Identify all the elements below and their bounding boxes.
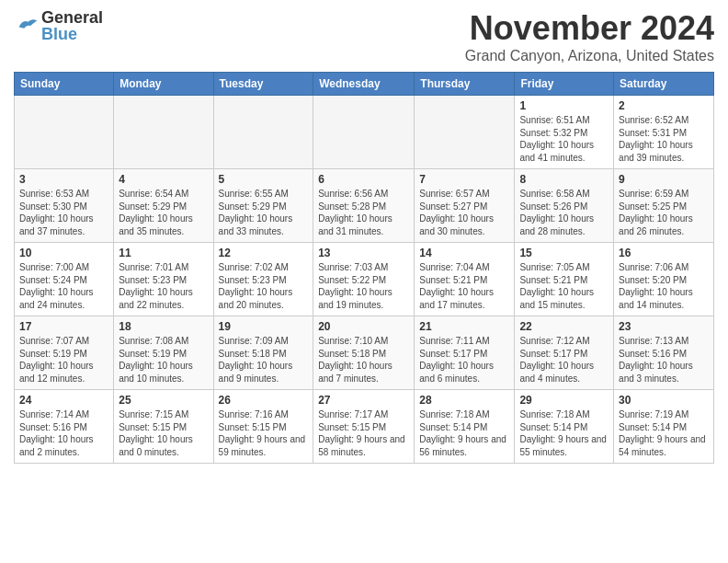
calendar-cell: 18 Sunrise: 7:08 AM Sunset: 5:19 PM Dayl…	[114, 316, 213, 390]
day-number: 8	[519, 173, 609, 186]
day-number: 17	[19, 320, 108, 333]
calendar-cell: 2 Sunrise: 6:52 AM Sunset: 5:31 PM Dayli…	[614, 96, 714, 169]
day-info: Sunrise: 6:58 AM Sunset: 5:26 PM Dayligh…	[519, 188, 609, 237]
day-number: 2	[619, 99, 709, 112]
day-info: Sunrise: 6:53 AM Sunset: 5:30 PM Dayligh…	[19, 188, 108, 237]
calendar-cell: 25 Sunrise: 7:15 AM Sunset: 5:15 PM Dayl…	[114, 390, 213, 464]
day-number: 19	[219, 320, 309, 333]
logo-blue-text: Blue	[41, 26, 103, 42]
calendar-cell: 4 Sunrise: 6:54 AM Sunset: 5:29 PM Dayli…	[114, 169, 213, 243]
day-info: Sunrise: 7:11 AM Sunset: 5:17 PM Dayligh…	[419, 335, 509, 385]
calendar-row-2: 10 Sunrise: 7:00 AM Sunset: 5:24 PM Dayl…	[15, 243, 714, 316]
day-info: Sunrise: 7:07 AM Sunset: 5:19 PM Dayligh…	[19, 335, 108, 385]
day-info: Sunrise: 6:52 AM Sunset: 5:31 PM Dayligh…	[619, 114, 709, 164]
month-title: November 2024	[465, 9, 714, 48]
day-number: 5	[219, 173, 309, 186]
day-info: Sunrise: 7:12 AM Sunset: 5:17 PM Dayligh…	[519, 335, 609, 385]
calendar-cell: 27 Sunrise: 7:17 AM Sunset: 5:15 PM Dayl…	[313, 390, 415, 464]
day-number: 27	[318, 394, 409, 407]
day-info: Sunrise: 7:16 AM Sunset: 5:15 PM Dayligh…	[219, 408, 309, 458]
day-number: 21	[419, 320, 509, 333]
calendar-cell: 23 Sunrise: 7:13 AM Sunset: 5:16 PM Dayl…	[614, 316, 714, 390]
calendar-row-0: 1 Sunrise: 6:51 AM Sunset: 5:32 PM Dayli…	[15, 96, 714, 169]
day-info: Sunrise: 6:59 AM Sunset: 5:25 PM Dayligh…	[619, 188, 709, 237]
calendar-cell: 19 Sunrise: 7:09 AM Sunset: 5:18 PM Dayl…	[213, 316, 313, 390]
day-number: 20	[318, 320, 409, 333]
day-info: Sunrise: 7:04 AM Sunset: 5:21 PM Dayligh…	[419, 261, 509, 311]
logo-text: General Blue	[41, 9, 103, 42]
day-info: Sunrise: 7:02 AM Sunset: 5:23 PM Dayligh…	[219, 261, 309, 311]
calendar-cell: 5 Sunrise: 6:55 AM Sunset: 5:29 PM Dayli…	[213, 169, 313, 243]
day-info: Sunrise: 7:19 AM Sunset: 5:14 PM Dayligh…	[619, 408, 709, 458]
calendar-cell: 17 Sunrise: 7:07 AM Sunset: 5:19 PM Dayl…	[15, 316, 114, 390]
calendar-cell: 28 Sunrise: 7:18 AM Sunset: 5:14 PM Dayl…	[415, 390, 515, 464]
calendar-cell: 1 Sunrise: 6:51 AM Sunset: 5:32 PM Dayli…	[515, 96, 614, 169]
day-number: 16	[619, 247, 709, 259]
calendar-cell	[415, 96, 515, 169]
calendar-cell: 12 Sunrise: 7:02 AM Sunset: 5:23 PM Dayl…	[213, 243, 313, 316]
day-info: Sunrise: 7:08 AM Sunset: 5:19 PM Dayligh…	[119, 335, 208, 385]
day-info: Sunrise: 7:18 AM Sunset: 5:14 PM Dayligh…	[419, 408, 509, 458]
col-wednesday: Wednesday	[313, 73, 415, 96]
day-number: 9	[619, 173, 709, 186]
title-section: November 2024 Grand Canyon, Arizona, Uni…	[465, 9, 714, 64]
calendar-cell	[114, 96, 213, 169]
day-info: Sunrise: 7:17 AM Sunset: 5:15 PM Dayligh…	[318, 408, 409, 458]
calendar-cell: 3 Sunrise: 6:53 AM Sunset: 5:30 PM Dayli…	[15, 169, 114, 243]
location-title: Grand Canyon, Arizona, United States	[465, 48, 714, 64]
col-monday: Monday	[114, 73, 213, 96]
day-number: 12	[219, 247, 309, 259]
calendar-cell: 26 Sunrise: 7:16 AM Sunset: 5:15 PM Dayl…	[213, 390, 313, 464]
logo-bird-icon	[14, 13, 40, 39]
calendar-cell: 9 Sunrise: 6:59 AM Sunset: 5:25 PM Dayli…	[614, 169, 714, 243]
calendar-cell: 14 Sunrise: 7:04 AM Sunset: 5:21 PM Dayl…	[415, 243, 515, 316]
day-number: 3	[19, 173, 108, 186]
logo-general-text: General	[41, 9, 103, 26]
day-number: 6	[318, 173, 409, 186]
calendar-cell: 15 Sunrise: 7:05 AM Sunset: 5:21 PM Dayl…	[515, 243, 614, 316]
day-info: Sunrise: 6:55 AM Sunset: 5:29 PM Dayligh…	[219, 188, 309, 237]
day-info: Sunrise: 7:10 AM Sunset: 5:18 PM Dayligh…	[318, 335, 409, 385]
calendar-cell: 11 Sunrise: 7:01 AM Sunset: 5:23 PM Dayl…	[114, 243, 213, 316]
col-friday: Friday	[515, 73, 614, 96]
day-info: Sunrise: 7:14 AM Sunset: 5:16 PM Dayligh…	[19, 408, 108, 458]
calendar-cell	[15, 96, 114, 169]
calendar-cell: 22 Sunrise: 7:12 AM Sunset: 5:17 PM Dayl…	[515, 316, 614, 390]
day-number: 4	[119, 173, 208, 186]
day-info: Sunrise: 7:13 AM Sunset: 5:16 PM Dayligh…	[619, 335, 709, 385]
day-info: Sunrise: 6:56 AM Sunset: 5:28 PM Dayligh…	[318, 188, 409, 237]
logo: General Blue	[14, 9, 103, 42]
calendar-row-3: 17 Sunrise: 7:07 AM Sunset: 5:19 PM Dayl…	[15, 316, 714, 390]
day-number: 14	[419, 247, 509, 259]
calendar-cell: 10 Sunrise: 7:00 AM Sunset: 5:24 PM Dayl…	[15, 243, 114, 316]
calendar-row-4: 24 Sunrise: 7:14 AM Sunset: 5:16 PM Dayl…	[15, 390, 714, 464]
day-number: 11	[119, 247, 208, 259]
day-number: 1	[519, 99, 609, 112]
calendar-cell: 8 Sunrise: 6:58 AM Sunset: 5:26 PM Dayli…	[515, 169, 614, 243]
day-number: 10	[19, 247, 108, 259]
col-saturday: Saturday	[614, 73, 714, 96]
day-number: 26	[219, 394, 309, 407]
day-number: 24	[19, 394, 108, 407]
day-number: 18	[119, 320, 208, 333]
calendar-cell: 24 Sunrise: 7:14 AM Sunset: 5:16 PM Dayl…	[15, 390, 114, 464]
day-number: 25	[119, 394, 208, 407]
calendar-cell: 29 Sunrise: 7:18 AM Sunset: 5:14 PM Dayl…	[515, 390, 614, 464]
calendar-cell: 16 Sunrise: 7:06 AM Sunset: 5:20 PM Dayl…	[614, 243, 714, 316]
day-number: 13	[318, 247, 409, 259]
day-info: Sunrise: 7:09 AM Sunset: 5:18 PM Dayligh…	[219, 335, 309, 385]
col-tuesday: Tuesday	[213, 73, 313, 96]
calendar-cell	[213, 96, 313, 169]
day-info: Sunrise: 6:57 AM Sunset: 5:27 PM Dayligh…	[419, 188, 509, 237]
day-info: Sunrise: 7:18 AM Sunset: 5:14 PM Dayligh…	[519, 408, 609, 458]
calendar-cell	[313, 96, 415, 169]
day-number: 7	[419, 173, 509, 186]
day-number: 30	[619, 394, 709, 407]
day-info: Sunrise: 7:05 AM Sunset: 5:21 PM Dayligh…	[519, 261, 609, 311]
page-header: General Blue November 2024 Grand Canyon,…	[14, 9, 714, 64]
calendar-table: Sunday Monday Tuesday Wednesday Thursday…	[14, 72, 714, 464]
day-number: 15	[519, 247, 609, 259]
calendar-cell: 20 Sunrise: 7:10 AM Sunset: 5:18 PM Dayl…	[313, 316, 415, 390]
day-number: 29	[519, 394, 609, 407]
calendar-header-row: Sunday Monday Tuesday Wednesday Thursday…	[15, 73, 714, 96]
